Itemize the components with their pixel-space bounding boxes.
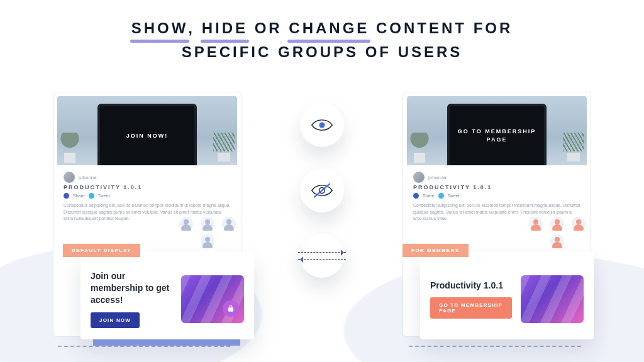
hide-mode: [300, 168, 344, 212]
dashed-underline: [58, 346, 230, 347]
person-icon: [222, 217, 236, 231]
person-icon: [550, 234, 564, 248]
person-icon: [572, 217, 586, 231]
laptop-screen-text: JOIN NOW!: [97, 104, 197, 165]
callout-tag: FOR MEMBERS: [402, 244, 469, 257]
go-to-membership-button[interactable]: GO TO MEMBERSHIP PAGE: [430, 297, 512, 319]
lock-icon: [223, 300, 239, 317]
post-title: PRODUCTIVITY 1.0.1: [57, 184, 237, 190]
facebook-icon[interactable]: [413, 193, 419, 199]
person-icon: [201, 234, 214, 248]
facebook-icon[interactable]: [64, 193, 69, 199]
person-icon: [529, 217, 543, 231]
twitter-icon[interactable]: [89, 193, 94, 199]
share-row: Share Tweet: [57, 190, 237, 202]
content-thumbnail: [521, 275, 584, 323]
twitter-icon[interactable]: [438, 193, 444, 199]
audience-icons: [529, 217, 587, 248]
callout-default: DEFAULT DISPLAY Join our membership to g…: [80, 251, 254, 339]
person-icon: [201, 217, 214, 231]
audience-icons: [179, 217, 237, 248]
author-name: johanna: [428, 175, 446, 180]
callout-title: Join our membership to get access!: [91, 270, 172, 306]
author-name: johanna: [79, 175, 96, 180]
mode-icons-column: [300, 103, 344, 278]
swap-mode: [300, 234, 344, 278]
post-title: PRODUCTIVITY 1.0.1: [407, 184, 587, 190]
hero-banner: GO TO MEMBERSHIP PAGE: [407, 96, 587, 165]
eye-off-icon: [311, 182, 333, 199]
laptop-screen-text: GO TO MEMBERSHIP PAGE: [447, 104, 547, 165]
author-avatar: [413, 172, 425, 183]
show-mode: [300, 103, 344, 147]
locked-thumbnail: [181, 275, 244, 323]
svg-point-0: [319, 123, 325, 128]
dashed-underline: [409, 346, 581, 347]
arrow-right-icon: [298, 252, 346, 253]
join-now-button[interactable]: JOIN NOW: [91, 312, 140, 328]
person-icon: [179, 217, 193, 231]
callout-title: Productivity 1.0.1: [430, 280, 512, 292]
arrow-left-icon: [298, 259, 346, 260]
callout-members: FOR MEMBERS Productivity 1.0.1 GO TO MEM…: [420, 251, 594, 339]
callout-tag: DEFAULT DISPLAY: [63, 244, 140, 257]
swap-arrows-icon: [298, 238, 346, 273]
hero-banner: JOIN NOW!: [57, 96, 237, 165]
author-avatar: [64, 172, 75, 183]
share-row: Share Tweet: [407, 190, 587, 202]
eye-icon: [311, 116, 333, 134]
person-icon: [550, 217, 564, 231]
